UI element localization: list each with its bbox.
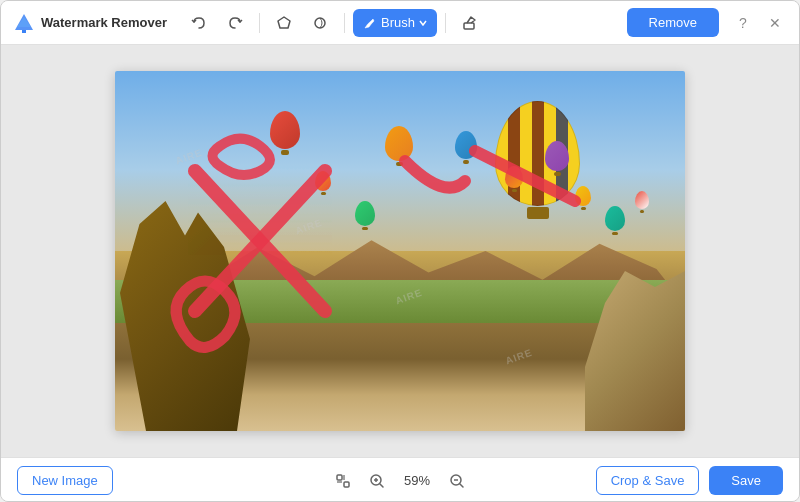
brush-label: Brush [381, 15, 415, 30]
balloon-body-5 [545, 141, 569, 171]
svg-rect-2 [22, 30, 26, 33]
new-image-button[interactable]: New Image [17, 466, 113, 495]
undo-button[interactable] [183, 9, 215, 37]
balloon-4 [505, 166, 523, 192]
zoom-controls: 59% [331, 469, 469, 493]
balloon-body-8 [635, 191, 649, 209]
window-controls: ? ✕ [731, 11, 787, 35]
bottom-bar: New Image 59% [1, 457, 799, 502]
separator-3 [445, 13, 446, 33]
zoom-out-button[interactable] [445, 469, 469, 493]
balloon-body-1 [270, 111, 300, 149]
balloon-10 [355, 201, 375, 230]
balloon-8 [635, 191, 649, 213]
lasso-button[interactable] [268, 9, 300, 37]
balloon-body-9 [315, 171, 331, 191]
svg-point-3 [315, 18, 325, 28]
separator-2 [344, 13, 345, 33]
balloon-body-4 [505, 166, 523, 188]
redo-button[interactable] [219, 9, 251, 37]
balloon-basket-10 [362, 227, 368, 230]
balloon-basket-9 [321, 192, 326, 195]
eraser-button[interactable] [454, 9, 486, 37]
balloon-body-10 [355, 201, 375, 226]
balloon-5 [545, 141, 569, 176]
balloon-basket-7 [612, 232, 618, 235]
balloon-basket-3 [463, 160, 469, 164]
separator-1 [259, 13, 260, 33]
balloon-body-7 [605, 206, 625, 231]
brush-button[interactable]: Brush [353, 9, 437, 37]
balloon-1 [270, 111, 300, 155]
svg-line-18 [460, 484, 463, 487]
zoom-level: 59% [399, 473, 435, 488]
app-logo: Watermark Remover [13, 12, 167, 34]
balloon-body-6 [575, 186, 591, 206]
main-canvas-area: AIRE AIRE AIRE AIRE [1, 45, 799, 457]
balloon-6 [575, 186, 591, 210]
fit-button[interactable] [331, 469, 355, 493]
balloon-7 [605, 206, 625, 235]
balloon-3 [455, 131, 477, 164]
balloon-body-2 [385, 126, 413, 161]
balloon-basket-1 [281, 150, 289, 155]
titlebar: Watermark Remover [1, 1, 799, 45]
image-canvas[interactable]: AIRE AIRE AIRE AIRE [115, 71, 685, 431]
balloon-9 [315, 171, 331, 195]
zoom-in-button[interactable] [365, 469, 389, 493]
svg-line-15 [380, 484, 383, 487]
balloon-body-3 [455, 131, 477, 159]
save-button[interactable]: Save [709, 466, 783, 495]
help-button[interactable]: ? [731, 11, 755, 35]
close-button[interactable]: ✕ [763, 11, 787, 35]
svg-rect-9 [344, 482, 349, 487]
balloon-basket-2 [396, 162, 403, 166]
app-title: Watermark Remover [41, 15, 167, 30]
balloon-basket-4 [512, 189, 517, 192]
balloon-basket-main [527, 207, 549, 219]
balloon-basket-8 [640, 210, 644, 213]
toolbar: Brush [183, 9, 627, 37]
balloon-basket-6 [581, 207, 586, 210]
svg-marker-1 [17, 17, 31, 27]
balloon-2 [385, 126, 413, 166]
crop-save-button[interactable]: Crop & Save [596, 466, 700, 495]
bottom-right-buttons: Crop & Save Save [596, 466, 783, 495]
svg-rect-8 [337, 475, 342, 480]
balloon-basket-5 [554, 172, 561, 176]
loop-button[interactable] [304, 9, 336, 37]
remove-button[interactable]: Remove [627, 8, 719, 37]
svg-rect-4 [464, 23, 474, 29]
app-logo-icon [13, 12, 35, 34]
